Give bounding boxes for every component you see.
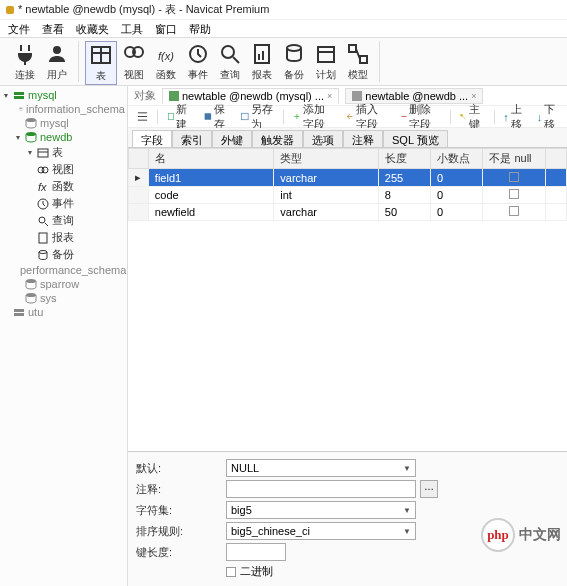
default-select[interactable]: NULL▼: [226, 459, 416, 477]
tree-node-utu[interactable]: utu: [0, 306, 127, 318]
expand-icon[interactable]: ▾: [2, 91, 10, 99]
tree-node-performance_schema[interactable]: performance_schema: [0, 264, 127, 276]
col-length[interactable]: 长度: [378, 149, 430, 169]
menu-help[interactable]: 帮助: [189, 22, 211, 35]
connection-tree[interactable]: ▾ mysql information_schema mysql ▾ newdb…: [0, 86, 128, 586]
checkbox[interactable]: [509, 206, 519, 216]
checkbox[interactable]: [509, 172, 519, 182]
tree-node-备份[interactable]: 备份: [0, 247, 127, 262]
tab-comment[interactable]: 注释: [343, 130, 383, 147]
expand-icon[interactable]: [26, 200, 34, 208]
expand-icon[interactable]: [14, 294, 22, 302]
tree-node-视图[interactable]: 视图: [0, 162, 127, 177]
tab-foreign-keys[interactable]: 外键: [212, 130, 252, 147]
tree-label: information_schema: [26, 103, 125, 115]
cell-length[interactable]: 255: [378, 169, 430, 187]
collate-select[interactable]: big5_chinese_ci▼: [226, 522, 416, 540]
table-row[interactable]: ▸ field1 varchar 255 0: [129, 169, 567, 187]
menu-window[interactable]: 窗口: [155, 22, 177, 35]
cell-type[interactable]: varchar: [274, 169, 379, 187]
hamburger-button[interactable]: [134, 110, 151, 123]
model-button[interactable]: 模型: [343, 41, 373, 83]
cell-length[interactable]: 8: [378, 187, 430, 204]
tab-triggers[interactable]: 触发器: [252, 130, 303, 147]
tree-node-newdb[interactable]: ▾ newdb: [0, 131, 127, 143]
cell-decimals[interactable]: 0: [431, 169, 483, 187]
expand-icon[interactable]: [14, 280, 22, 288]
binary-checkbox[interactable]: [226, 567, 236, 577]
expand-icon[interactable]: [26, 217, 34, 225]
cell-name[interactable]: code: [148, 187, 273, 204]
cell-length[interactable]: 50: [378, 204, 430, 221]
cell-decimals[interactable]: 0: [431, 187, 483, 204]
tab-fields[interactable]: 字段: [132, 130, 172, 147]
tab-sql-preview[interactable]: SQL 预览: [383, 130, 448, 147]
expand-icon[interactable]: [26, 251, 34, 259]
expand-icon[interactable]: [14, 119, 22, 127]
plan-button[interactable]: 计划: [311, 41, 341, 83]
connect-button[interactable]: 连接: [10, 41, 40, 83]
event-button[interactable]: 事件: [183, 41, 213, 83]
svg-rect-38: [14, 313, 24, 316]
expand-icon[interactable]: ▾: [26, 149, 34, 157]
menu-favorites[interactable]: 收藏夹: [76, 22, 109, 35]
tree-node-查询[interactable]: 查询: [0, 213, 127, 228]
expand-icon[interactable]: [2, 308, 10, 316]
table-row[interactable]: newfield varchar 50 0: [129, 204, 567, 221]
col-type[interactable]: 类型: [274, 149, 379, 169]
charset-select[interactable]: big5▼: [226, 501, 416, 519]
expand-icon[interactable]: [14, 105, 16, 113]
cell-decimals[interactable]: 0: [431, 204, 483, 221]
cell-name[interactable]: newfield: [148, 204, 273, 221]
table-button[interactable]: 表: [85, 41, 117, 85]
close-icon[interactable]: ×: [471, 91, 476, 101]
col-name[interactable]: 名: [148, 149, 273, 169]
cell-notnull[interactable]: [483, 169, 546, 187]
comment-input[interactable]: [226, 480, 416, 498]
query-button[interactable]: 查询: [215, 41, 245, 83]
comment-expand-button[interactable]: …: [420, 480, 438, 498]
cell-key[interactable]: [546, 204, 567, 221]
cell-notnull[interactable]: [483, 204, 546, 221]
backup-button[interactable]: 备份: [279, 41, 309, 83]
tree-node-表[interactable]: ▾ 表: [0, 145, 127, 160]
function-button[interactable]: f(x) 函数: [151, 41, 181, 83]
tab-options[interactable]: 选项: [303, 130, 343, 147]
col-notnull[interactable]: 不是 null: [483, 149, 546, 169]
view-button[interactable]: 视图: [119, 41, 149, 83]
expand-icon[interactable]: [26, 183, 34, 191]
col-key[interactable]: [546, 149, 567, 169]
tree-node-mysql[interactable]: ▾ mysql: [0, 89, 127, 101]
cell-type[interactable]: int: [274, 187, 379, 204]
expand-icon[interactable]: [26, 234, 34, 242]
col-decimals[interactable]: 小数点: [431, 149, 483, 169]
tree-node-sparrow[interactable]: sparrow: [0, 278, 127, 290]
close-icon[interactable]: ×: [327, 91, 332, 101]
table-row[interactable]: code int 8 0: [129, 187, 567, 204]
tree-node-information_schema[interactable]: information_schema: [0, 103, 127, 115]
cell-notnull[interactable]: [483, 187, 546, 204]
tree-node-报表[interactable]: 报表: [0, 230, 127, 245]
menu-tools[interactable]: 工具: [121, 22, 143, 35]
user-button[interactable]: 用户: [42, 41, 72, 83]
expand-icon[interactable]: ▾: [14, 133, 22, 141]
tree-node-mysql[interactable]: mysql: [0, 117, 127, 129]
menu-file[interactable]: 文件: [8, 22, 30, 35]
cell-name[interactable]: field1: [148, 169, 273, 187]
default-label: 默认:: [136, 461, 226, 476]
cell-key[interactable]: [546, 187, 567, 204]
report-button[interactable]: 报表: [247, 41, 277, 83]
tab-indexes[interactable]: 索引: [172, 130, 212, 147]
menu-view[interactable]: 查看: [42, 22, 64, 35]
cell-type[interactable]: varchar: [274, 204, 379, 221]
cell-key[interactable]: [546, 169, 567, 187]
fields-grid[interactable]: 名 类型 长度 小数点 不是 null ▸ field1 varchar 255…: [128, 148, 567, 451]
chevron-down-icon: ▼: [403, 464, 411, 473]
checkbox[interactable]: [509, 189, 519, 199]
keylen-input[interactable]: [226, 543, 286, 561]
expand-icon[interactable]: [26, 166, 34, 174]
tree-node-函数[interactable]: fx 函数: [0, 179, 127, 194]
tree-label: 备份: [52, 247, 74, 262]
tree-node-sys[interactable]: sys: [0, 292, 127, 304]
tree-node-事件[interactable]: 事件: [0, 196, 127, 211]
